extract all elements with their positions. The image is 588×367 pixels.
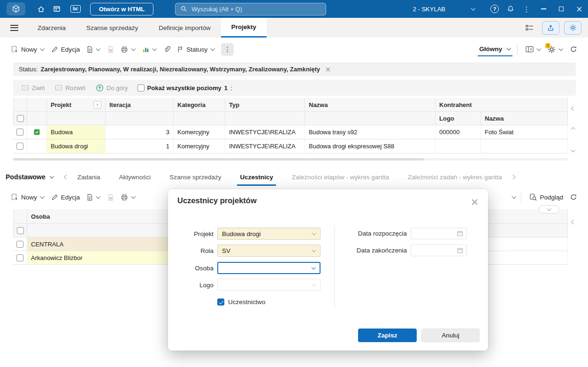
chevron-down-icon[interactable]: [512, 195, 516, 199]
header-kategoria[interactable]: Kategoria: [174, 98, 225, 112]
project-row[interactable]: Budowa 3 Komercyjny INWESTYCJE\REALIZA B…: [13, 125, 568, 139]
expand-all-button[interactable]: Rozwiń: [51, 84, 89, 92]
collapse-details-button[interactable]: [539, 205, 559, 214]
titlebar: bc Otwórz w HTML 2 - SKYLAB ? ⋮: [0, 0, 588, 18]
detail-tab-zaleznosci-zadan[interactable]: Zależności zadań - wykres gantta: [398, 168, 511, 186]
more-options-icon[interactable]: ⋮: [519, 2, 535, 16]
details-section-selector[interactable]: Podstawowe: [6, 173, 54, 181]
collapse-panel-icon[interactable]: [571, 220, 575, 224]
document-actions-button[interactable]: [83, 43, 104, 56]
collapse-label: Zwiń: [32, 84, 45, 92]
print-button[interactable]: [117, 191, 139, 204]
view-selector[interactable]: Główny: [478, 43, 512, 56]
close-button[interactable]: [570, 0, 588, 18]
select-all-checkbox[interactable]: [17, 227, 24, 234]
tab-definicje-importow[interactable]: Definicje importów: [148, 18, 221, 38]
tab-zdarzenia[interactable]: Zdarzenia: [27, 18, 76, 38]
app-logo-icon[interactable]: [7, 2, 25, 15]
chevron-down-icon: [96, 195, 100, 199]
edit-button[interactable]: Edycja: [48, 191, 84, 204]
data-rozpoczecia-input[interactable]: [411, 228, 467, 239]
row-checkbox[interactable]: [16, 143, 23, 150]
scroll-down-icon[interactable]: [571, 148, 575, 153]
new-button[interactable]: Nowy: [8, 43, 48, 56]
logo-select[interactable]: [217, 279, 321, 291]
open-in-html-button[interactable]: Otwórz w HTML: [90, 3, 154, 15]
levels-value[interactable]: 1: [224, 84, 228, 92]
remove-filter-icon[interactable]: [326, 67, 330, 72]
print-button[interactable]: [117, 43, 139, 56]
toolbar-more-button[interactable]: ⋮: [221, 43, 234, 56]
detail-tab-aktywnosci[interactable]: Aktywności: [110, 168, 160, 186]
preview-button[interactable]: Podgląd: [526, 191, 566, 204]
document-actions-button[interactable]: [83, 191, 104, 204]
row-checkbox[interactable]: [16, 241, 23, 248]
bc-badge-icon[interactable]: bc: [70, 5, 81, 13]
detail-tab-zaleznosci-etapow[interactable]: Zależności etapów - wykres gantta: [283, 168, 398, 186]
uczestnictwo-checkbox[interactable]: [217, 298, 224, 306]
delete-button[interactable]: [104, 191, 117, 204]
edit-button[interactable]: Edycja: [48, 43, 84, 56]
calendar-icon: [457, 230, 463, 237]
cell-iteracja: 1: [106, 139, 174, 153]
layout-panel-button[interactable]: [522, 43, 544, 55]
scroll-tabs-left-icon[interactable]: [63, 175, 68, 179]
go-to-top-button[interactable]: Do góry: [92, 84, 132, 92]
minimize-button[interactable]: [535, 0, 552, 18]
collapse-panel-icon[interactable]: [571, 106, 575, 111]
cancel-button[interactable]: Anuluj: [421, 329, 480, 342]
tab-projekty[interactable]: Projekty: [221, 18, 267, 38]
header-typ[interactable]: Typ: [225, 98, 305, 112]
header-projekt[interactable]: Projekt ↑: [47, 98, 106, 112]
company-selector[interactable]: 2 - SKYLAB: [413, 6, 475, 13]
workspace-grid-icon[interactable]: [49, 2, 65, 16]
maximize-button[interactable]: [552, 0, 570, 18]
data-zakonczenia-input[interactable]: [411, 245, 467, 256]
sort-ascending-icon[interactable]: ↑: [93, 101, 101, 109]
new-button[interactable]: Nowy: [8, 191, 48, 204]
tab-szanse-sprzedazy[interactable]: Szanse sprzedaży: [76, 18, 148, 38]
scrollbar-thumb[interactable]: [13, 158, 424, 161]
chart-button[interactable]: [139, 43, 160, 56]
refresh-button[interactable]: [566, 43, 580, 56]
search-box[interactable]: [175, 3, 326, 15]
statuses-button[interactable]: Statusy: [174, 43, 218, 56]
menu-icon[interactable]: [0, 18, 27, 38]
cell-logo: 000000: [435, 125, 481, 139]
settings-button[interactable]: !: [544, 43, 566, 56]
detail-tab-zadania[interactable]: Zadania: [68, 168, 110, 186]
scroll-tabs-right-icon[interactable]: [511, 175, 516, 179]
row-checkbox[interactable]: [16, 254, 23, 261]
header-kontrahent-nazwa[interactable]: Nazwa: [481, 112, 568, 125]
delete-button[interactable]: [104, 43, 117, 56]
appearance-sun-button[interactable]: [564, 21, 581, 35]
horizontal-scrollbar[interactable]: [13, 158, 568, 161]
projekt-select[interactable]: Budowa drogi: [217, 228, 321, 240]
share-button[interactable]: [542, 21, 559, 35]
help-icon[interactable]: ?: [487, 2, 503, 16]
header-iteracja[interactable]: Iteracja: [106, 98, 174, 112]
rola-select[interactable]: SV: [217, 245, 321, 257]
header-nazwa[interactable]: Nazwa: [305, 98, 435, 112]
tab-label: Definicje importów: [159, 24, 210, 31]
row-checkbox[interactable]: [16, 129, 23, 136]
detail-tab-szanse-sprzedazy[interactable]: Szanse sprzedaży: [160, 168, 230, 186]
collapse-all-button[interactable]: Zwiń: [18, 84, 48, 92]
scroll-up-icon[interactable]: [571, 127, 575, 131]
home-icon[interactable]: [33, 2, 49, 16]
attachments-button[interactable]: [160, 43, 174, 56]
tree-controls-bar: Zwiń Rozwiń Do góry Pokaż wszystkie pozi…: [13, 80, 576, 96]
osoba-select[interactable]: [217, 262, 321, 274]
select-all-checkbox[interactable]: [17, 115, 24, 122]
show-all-levels-checkbox[interactable]: [137, 84, 145, 92]
detail-tab-uczestnicy[interactable]: Uczestnicy: [230, 168, 283, 186]
search-input[interactable]: [191, 6, 321, 13]
header-kontrahent[interactable]: Kontrahent: [435, 98, 568, 112]
dialog-close-icon[interactable]: [468, 196, 481, 208]
save-button[interactable]: Zapisz: [358, 329, 417, 342]
header-kontrahent-logo[interactable]: Logo: [435, 112, 481, 125]
notifications-bell-icon[interactable]: [503, 2, 519, 16]
project-row-selected[interactable]: Budowa drogi 1 Komercyjny INWESTYCJE\REA…: [13, 139, 568, 153]
panel-list-icon[interactable]: [521, 21, 537, 35]
refresh-button[interactable]: [566, 191, 580, 204]
